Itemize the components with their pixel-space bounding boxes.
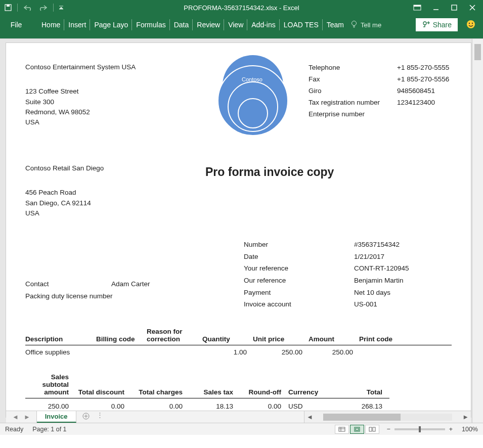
col-amount: Amount — [309, 328, 359, 345]
svg-rect-5 — [452, 5, 457, 10]
zoom-in-button[interactable]: + — [449, 426, 453, 433]
sheet-nav-next-icon[interactable]: ► — [24, 413, 30, 421]
svg-point-8 — [352, 21, 356, 25]
zoom-level[interactable]: 100% — [462, 426, 478, 433]
hscroll-right-icon[interactable]: ► — [460, 413, 471, 421]
zoom-out-button[interactable]: − — [386, 426, 390, 433]
undo-icon[interactable] — [23, 4, 34, 11]
packing-label: Packing duty license number — [25, 290, 157, 302]
sheet-nav-prev-icon[interactable]: ◄ — [12, 413, 19, 421]
col-reason: Reason for correction — [147, 328, 202, 345]
company-contacts: Telephone+1 855-270-5555 Fax+1 855-270-5… — [309, 62, 452, 146]
inv-date-value: 1/21/2017 — [354, 251, 384, 263]
svg-rect-3 — [414, 5, 421, 7]
tab-data[interactable]: Data — [170, 19, 193, 30]
tax-label: Tax registration number — [309, 97, 397, 109]
tab-insert[interactable]: Insert — [64, 19, 90, 30]
line-items-table: Description Billing code Reason for corr… — [25, 328, 452, 359]
sender-name: Contoso Entertainment System USA — [25, 62, 197, 72]
status-bar: Ready Page: 1 of 1 − + 100% — [0, 423, 483, 435]
inv-account-label: Invoice account — [244, 298, 354, 310]
quick-access-toolbar — [2, 4, 64, 12]
inv-date-label: Date — [244, 251, 354, 263]
document-area: Contoso Entertainment System USA 123 Cof… — [0, 38, 483, 423]
tab-home[interactable]: Home — [37, 19, 64, 30]
hscroll-thumb[interactable] — [323, 414, 401, 421]
th-currency: Currency — [288, 373, 329, 398]
file-tab[interactable]: File — [2, 17, 30, 32]
share-label: Share — [433, 21, 452, 29]
svg-rect-27 — [373, 427, 375, 431]
cell-reason — [147, 345, 202, 359]
col-unit: Unit price — [253, 328, 309, 345]
tab-formulas[interactable]: Formulas — [132, 19, 169, 30]
enterprise-label: Enterprise number — [309, 109, 397, 120]
sender-city: Redmond, WA 98052 — [25, 107, 197, 117]
inv-account-value: US-001 — [354, 298, 377, 310]
customer-addr1: 456 Peach Road — [25, 188, 197, 198]
svg-point-17 — [472, 22, 473, 23]
share-icon — [422, 20, 430, 30]
tab-addins[interactable]: Add-ins — [247, 19, 279, 30]
col-description: Description — [25, 328, 96, 345]
scroll-thumb[interactable] — [474, 44, 481, 60]
contact-label: Contact — [25, 278, 111, 290]
tab-page-layout[interactable]: Page Layo — [90, 19, 132, 30]
zoom-slider[interactable] — [394, 428, 445, 430]
save-icon[interactable] — [4, 4, 12, 12]
sender-addr2: Suite 300 — [25, 97, 197, 107]
redo-icon[interactable] — [37, 4, 48, 11]
col-qty: Quantity — [202, 328, 253, 345]
qat-customize-icon[interactable] — [59, 5, 64, 11]
cell-billing — [96, 345, 147, 359]
plus-icon — [82, 413, 90, 421]
customer-country: USA — [25, 208, 197, 218]
vertical-scrollbar[interactable] — [472, 39, 483, 423]
sender-block: Contoso Entertainment System USA 123 Cof… — [25, 62, 197, 146]
add-sheet-button[interactable] — [76, 411, 96, 423]
fax-value: +1 855-270-5556 — [397, 74, 449, 85]
contact-value: Adam Carter — [111, 278, 150, 290]
tell-me-search[interactable]: Tell me — [350, 20, 381, 30]
tab-team[interactable]: Team — [323, 19, 347, 30]
inv-payment-label: Payment — [244, 287, 354, 299]
cell-unit: 250.00 — [253, 345, 309, 359]
ribbon-display-options-icon[interactable] — [413, 5, 421, 11]
status-ready: Ready — [5, 426, 23, 433]
maximize-icon[interactable] — [451, 4, 458, 11]
inv-payment-value: Net 10 days — [354, 287, 390, 299]
smiley-icon[interactable] — [466, 19, 476, 31]
ribbon: File Home Insert Page Layo Formulas Data… — [0, 15, 483, 38]
view-page-layout[interactable] — [350, 425, 364, 434]
th-tax: Sales tax — [190, 373, 240, 398]
svg-rect-26 — [369, 427, 372, 431]
tab-split-handle[interactable]: ⋮ — [96, 411, 106, 423]
th-subtotal: Sales subtotal amount — [25, 373, 76, 398]
tab-review[interactable]: Review — [193, 19, 224, 30]
worksheet-page: Contoso Entertainment System USA 123 Cof… — [6, 43, 471, 417]
close-icon[interactable] — [469, 4, 476, 11]
minimize-icon[interactable] — [432, 4, 440, 11]
inv-yourref-label: Your reference — [244, 262, 354, 275]
sheet-tab-invoice[interactable]: Invoice — [37, 411, 76, 423]
fax-label: Fax — [309, 74, 397, 85]
hscroll-left-icon[interactable]: ◄ — [304, 413, 315, 421]
inv-ourref-value: Benjamin Martin — [354, 275, 404, 287]
invoice-info-block: Number#35637154342 Date1/21/2017 Your re… — [244, 239, 452, 310]
customer-name: Contoso Retail San Diego — [25, 163, 197, 173]
cell-qty: 1.00 — [202, 345, 253, 359]
sender-country: USA — [25, 117, 197, 127]
view-page-break[interactable] — [365, 425, 379, 434]
th-total: Total — [329, 373, 389, 398]
col-print: Print code — [359, 328, 452, 345]
title-bar: PROFORMA-35637154342.xlsx - Excel — [0, 0, 483, 15]
tab-load-test[interactable]: LOAD TES — [280, 19, 323, 30]
svg-point-16 — [469, 22, 470, 23]
inv-ourref-label: Our reference — [244, 275, 354, 287]
share-button[interactable]: Share — [416, 18, 458, 31]
tax-value: 1234123400 — [397, 97, 435, 109]
view-normal[interactable] — [335, 425, 349, 434]
tab-view[interactable]: View — [224, 19, 247, 30]
col-billing: Billing code — [96, 328, 147, 345]
horizontal-scrollbar[interactable]: ◄ ► — [304, 411, 471, 423]
